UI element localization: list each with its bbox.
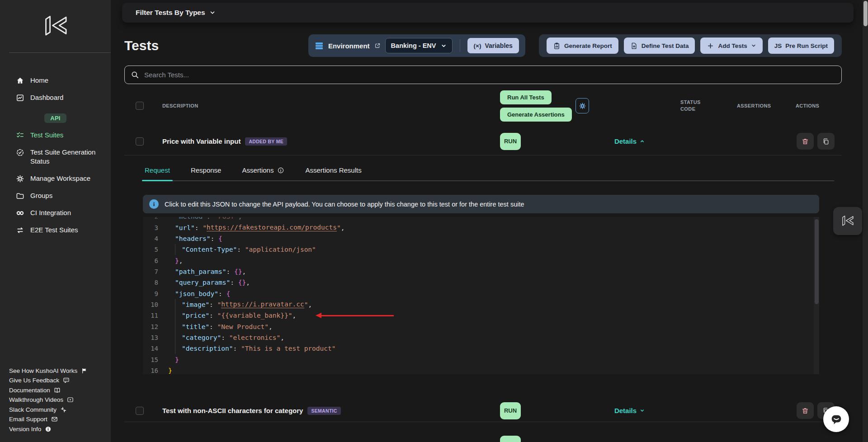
code-line-16: 16} [143, 365, 819, 374]
indent-guide [168, 332, 175, 343]
panel-separator [460, 39, 460, 52]
sidebar: HomeDashboard API Test SuitesTest Suite … [0, 0, 111, 442]
indent-guide [168, 321, 175, 332]
code-line-10: 10"image": "https://i.pravatar.cc", [143, 299, 819, 310]
sidebar-item-test-suite-generation-status[interactable]: Test Suite Generation Status [0, 144, 111, 170]
main-area: Filter Tests By Types Tests Environment … [111, 0, 868, 442]
chat-launcher-button[interactable] [823, 406, 849, 432]
sidebar-item-dashboard-label: Dashboard [30, 93, 63, 102]
delete-test-button[interactable] [797, 133, 814, 150]
test-row: Test with non-ASCII characters for categ… [124, 400, 842, 422]
sidebar-item-groups[interactable]: Groups [0, 187, 111, 204]
sidebar-main-nav: HomeDashboard [0, 72, 111, 106]
page-scrollbar-thumb[interactable] [863, 1, 868, 26]
run-test-button[interactable]: RUN [500, 402, 521, 419]
run-test-button-partial[interactable] [500, 436, 521, 442]
api-section-badge: API [44, 113, 66, 123]
search-icon [131, 71, 139, 79]
indent-guide [168, 266, 175, 277]
line-number: 15 [143, 356, 168, 363]
folder-icon [16, 192, 24, 200]
run-settings-button[interactable] [576, 98, 589, 113]
footer-link-slack-community[interactable]: Slack Community [9, 406, 88, 414]
test-checkbox[interactable] [136, 137, 144, 146]
info-outline-icon [277, 167, 284, 174]
duplicate-test-button[interactable] [817, 133, 835, 150]
sidebar-item-e2e-test-suites-label: E2E Test Suites [30, 226, 78, 235]
column-status-code: STATUS CODE [680, 99, 708, 113]
indent-guide [168, 310, 175, 321]
footer-link-see-how-kushoai-works[interactable]: See How KushoAI Works [9, 367, 88, 375]
footer-link-email-support[interactable]: Email Support [9, 415, 88, 423]
add-tests-button[interactable]: Add Tests [700, 38, 762, 54]
indent-guide [168, 299, 175, 310]
chevron-down-icon [640, 408, 645, 413]
indent-guide [175, 310, 182, 321]
video-icon [67, 396, 74, 403]
test-name: Test with non-ASCII characters for categ… [162, 407, 303, 414]
line-number: 5 [143, 246, 168, 253]
feedback-icon [63, 377, 70, 384]
indent-guide [168, 277, 175, 288]
footer-link-give-us-feedback[interactable]: Give Us Feedback [9, 376, 88, 385]
line-number: 11 [143, 312, 168, 319]
indent-guide [168, 244, 175, 255]
select-all-checkbox[interactable] [136, 102, 144, 110]
sidebar-item-home[interactable]: Home [0, 72, 111, 89]
run-test-button[interactable]: RUN [500, 133, 521, 150]
pre-run-script-button[interactable]: JSPre Run Script [768, 38, 834, 54]
details-toggle[interactable]: Details [579, 407, 680, 414]
chevron-down-icon [751, 43, 756, 48]
edit-json-banner[interactable]: i Click to edit this JSON to change the … [143, 195, 819, 213]
run-all-tests-button[interactable]: Run All Tests [500, 90, 552, 104]
sidebar-item-manage-workspace[interactable]: Manage Workspace [0, 170, 111, 187]
line-number: 8 [143, 279, 168, 286]
footer-link-walkthrough-videos[interactable]: Walkthrough Videos [9, 396, 88, 404]
define-test-data-button[interactable]: Define Test Data [624, 38, 695, 54]
tab-request[interactable]: Request [145, 166, 170, 174]
sidebar-item-groups-label: Groups [30, 191, 52, 200]
line-number: 13 [143, 334, 168, 341]
line-number: 12 [143, 323, 168, 330]
environment-select[interactable]: Banking - ENV [385, 38, 453, 53]
editor-scrollbar-thumb[interactable] [815, 219, 819, 304]
trash-icon [801, 137, 809, 146]
footer-link-email-support-label: Email Support [9, 415, 47, 423]
delete-test-button[interactable] [797, 402, 814, 419]
line-number: 16 [143, 367, 168, 374]
sidebar-item-test-suite-generation-status-label: Test Suite Generation Status [30, 148, 100, 166]
json-editor[interactable]: 2"method": "POST",3"url": "https://fakes… [143, 217, 819, 374]
variables-button[interactable]: (×) Variables [467, 38, 519, 53]
kusho-widget-tab[interactable] [833, 207, 862, 235]
test-detail-panel: RequestResponseAssertionsAssertions Resu… [143, 166, 819, 374]
generate-assertions-button[interactable]: Generate Assertions [500, 108, 572, 122]
indent-guide [175, 332, 182, 343]
search-input[interactable] [144, 71, 835, 79]
details-toggle[interactable]: Details [579, 137, 680, 145]
tab-assertions[interactable]: Assertions [242, 166, 284, 174]
sidebar-item-test-suites-label: Test Suites [30, 131, 63, 140]
info-icon [45, 426, 52, 433]
footer-link-see-how-kushoai-works-label: See How KushoAI Works [9, 367, 77, 375]
gear-icon [16, 174, 24, 183]
generate-report-button[interactable]: Generate Report [547, 38, 618, 54]
sidebar-item-e2e-test-suites[interactable]: E2E Test Suites [0, 221, 111, 239]
column-description: DESCRIPTION [153, 103, 493, 108]
filter-tests-dropdown[interactable]: Filter Tests By Types [122, 3, 854, 23]
test-checkbox[interactable] [136, 407, 144, 415]
sidebar-item-ci-integration[interactable]: CI Integration [0, 204, 111, 221]
chevron-down-icon [441, 43, 447, 49]
indent-guide [168, 288, 175, 299]
footer-link-version-info[interactable]: Version Info [9, 425, 88, 433]
indent-guide [168, 343, 175, 354]
sidebar-item-test-suites[interactable]: Test Suites [0, 127, 111, 144]
mail-icon [51, 416, 58, 423]
sidebar-item-dashboard[interactable]: Dashboard [0, 89, 111, 106]
tab-response[interactable]: Response [191, 166, 222, 174]
footer-link-documentation[interactable]: Documentation [9, 386, 88, 395]
indent-guide [168, 354, 175, 365]
tab-assertions-results[interactable]: Assertions Results [305, 166, 361, 174]
code-line-13: 13"category": "electronics", [143, 332, 819, 343]
external-link-icon[interactable] [374, 42, 381, 49]
server-icon [315, 41, 324, 50]
